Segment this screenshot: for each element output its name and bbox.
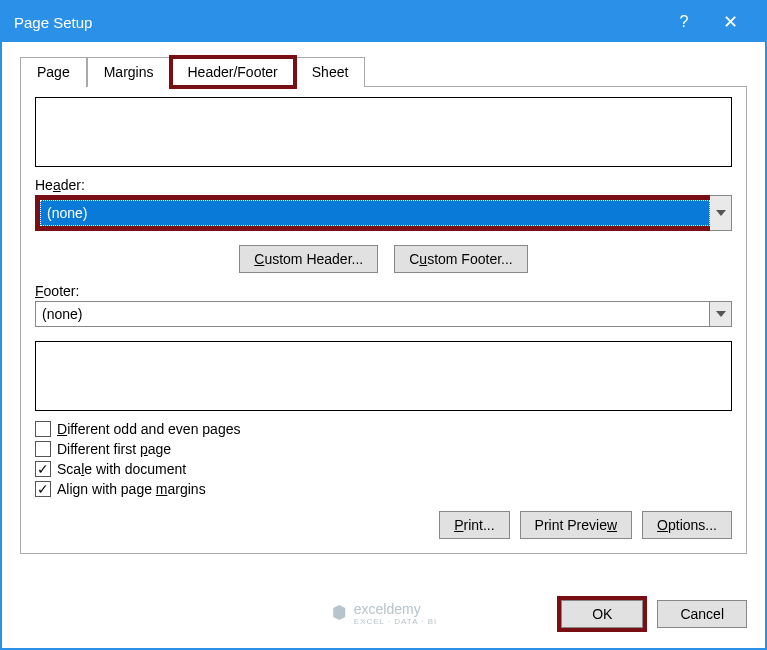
- ok-button[interactable]: OK: [561, 600, 643, 628]
- tab-margins[interactable]: Margins: [87, 57, 171, 87]
- footer-dropdown[interactable]: (none): [35, 301, 710, 327]
- titlebar: Page Setup ? ✕: [2, 2, 765, 42]
- custom-header-button[interactable]: Custom Header...: [239, 245, 378, 273]
- checkbox-scale-document-label: Scale with document: [57, 461, 186, 477]
- window-title: Page Setup: [14, 14, 661, 31]
- cancel-button[interactable]: Cancel: [657, 600, 747, 628]
- options-button[interactable]: Options...: [642, 511, 732, 539]
- checkbox-diff-first-page-label: Different first page: [57, 441, 171, 457]
- checkbox-diff-odd-even-label: Different odd and even pages: [57, 421, 240, 437]
- header-dropdown[interactable]: (none): [40, 200, 710, 226]
- print-preview-button[interactable]: Print Preview: [520, 511, 632, 539]
- checkbox-align-margins[interactable]: [35, 481, 51, 497]
- help-icon[interactable]: ?: [661, 2, 707, 42]
- print-button[interactable]: Print...: [439, 511, 509, 539]
- page-setup-dialog: Page Setup ? ✕ Page Margins Header/Foote…: [0, 0, 767, 650]
- tab-page[interactable]: Page: [20, 57, 87, 87]
- tab-pane-header-footer: Header: (none) Custom Header... Custom F…: [20, 86, 747, 554]
- chevron-down-icon: [716, 210, 726, 216]
- checkbox-scale-document[interactable]: [35, 461, 51, 477]
- header-dropdown-button[interactable]: [710, 195, 732, 231]
- tab-header-footer[interactable]: Header/Footer: [171, 57, 295, 87]
- tab-sheet[interactable]: Sheet: [295, 57, 366, 87]
- close-icon[interactable]: ✕: [707, 2, 753, 42]
- footer-label: Footer:: [35, 283, 732, 299]
- custom-footer-button[interactable]: Custom Footer...: [394, 245, 528, 273]
- checkbox-align-margins-label: Align with page margins: [57, 481, 206, 497]
- header-label: Header:: [35, 177, 732, 193]
- footer-dropdown-button[interactable]: [710, 301, 732, 327]
- checkbox-diff-odd-even[interactable]: [35, 421, 51, 437]
- chevron-down-icon: [716, 311, 726, 317]
- header-preview: [35, 97, 732, 167]
- tab-strip: Page Margins Header/Footer Sheet: [20, 56, 747, 86]
- footer-preview: [35, 341, 732, 411]
- checkbox-diff-first-page[interactable]: [35, 441, 51, 457]
